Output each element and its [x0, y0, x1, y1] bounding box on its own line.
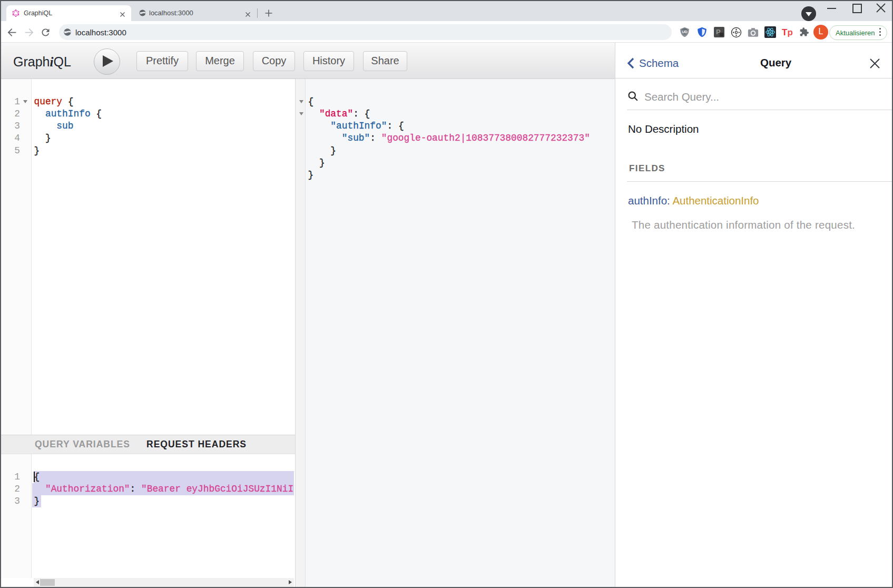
svg-text:UD: UD: [682, 30, 688, 34]
